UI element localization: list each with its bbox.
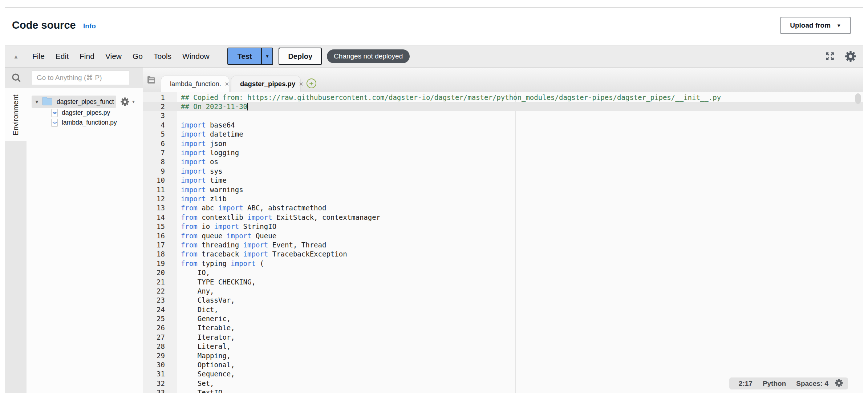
line-number[interactable]: 28 — [143, 342, 177, 350]
line-number[interactable]: 7 — [143, 149, 177, 157]
line-number[interactable]: 22 — [143, 287, 177, 295]
line-number[interactable]: 10 — [143, 176, 177, 184]
code-line-22[interactable]: 22 Any, — [143, 286, 863, 295]
test-dropdown-button[interactable]: ▼ — [261, 48, 272, 64]
tab-close-icon[interactable]: × — [225, 80, 229, 88]
folder-gear-menu[interactable]: ▼ — [120, 97, 135, 107]
line-number[interactable]: 9 — [143, 167, 177, 175]
code-line-7[interactable]: 7import logging — [143, 148, 863, 157]
code-line-24[interactable]: 24 Dict, — [143, 305, 863, 314]
code-line-16[interactable]: 16from queue import Queue — [143, 231, 863, 240]
line-text: from typing import ( — [177, 259, 264, 267]
line-number[interactable]: 3 — [143, 112, 177, 120]
code-line-8[interactable]: 8import os — [143, 157, 863, 166]
line-number[interactable]: 19 — [143, 259, 177, 267]
code-line-1[interactable]: 1## Copied from: https://raw.githubuserc… — [143, 93, 863, 102]
fullscreen-icon[interactable] — [824, 51, 835, 62]
line-number[interactable]: 23 — [143, 296, 177, 304]
tree-file-dagster_pipes.py[interactable]: <>dagster_pipes.py — [51, 108, 143, 118]
line-number[interactable]: 14 — [143, 213, 177, 221]
menu-window[interactable]: Window — [177, 52, 215, 61]
menu-file[interactable]: File — [27, 52, 50, 61]
code-line-3[interactable]: 3 — [143, 111, 863, 120]
line-number[interactable]: 12 — [143, 195, 177, 203]
new-tab-button[interactable]: + — [307, 78, 316, 88]
settings-gear-icon[interactable] — [844, 50, 857, 63]
line-number[interactable]: 8 — [143, 158, 177, 166]
language-mode[interactable]: Python — [758, 380, 791, 388]
code-line-14[interactable]: 14from contextlib import ExitStack, cont… — [143, 213, 863, 222]
line-number[interactable]: 20 — [143, 268, 177, 276]
code-line-4[interactable]: 4import base64 — [143, 120, 863, 129]
code-line-17[interactable]: 17from threading import Event, Thread — [143, 240, 863, 249]
cursor-position[interactable]: 2:17 — [734, 380, 758, 388]
upload-from-button[interactable]: Upload from ▼ — [780, 17, 851, 34]
line-number[interactable]: 27 — [143, 333, 177, 341]
line-number[interactable]: 30 — [143, 361, 177, 369]
menu-find[interactable]: Find — [74, 52, 100, 61]
line-number[interactable]: 11 — [143, 186, 177, 194]
folder-selected-pill[interactable]: ▼ dagster_pipes_funct — [32, 96, 116, 108]
line-number[interactable]: 17 — [143, 241, 177, 249]
code-line-18[interactable]: 18from traceback import TracebackExcepti… — [143, 250, 863, 259]
line-number[interactable]: 26 — [143, 324, 177, 332]
line-number[interactable]: 18 — [143, 250, 177, 258]
line-number[interactable]: 25 — [143, 315, 177, 323]
code-line-9[interactable]: 9import sys — [143, 166, 863, 175]
folder-row[interactable]: ▼ dagster_pipes_funct — [32, 96, 143, 108]
menu-view[interactable]: View — [100, 52, 127, 61]
editor-tab-lambda_function[interactable]: lambda_function.× — [161, 76, 229, 92]
code-line-21[interactable]: 21 TYPE_CHECKING, — [143, 277, 863, 286]
menu-tools[interactable]: Tools — [148, 52, 177, 61]
line-number[interactable]: 31 — [143, 370, 177, 378]
code-line-6[interactable]: 6import json — [143, 139, 863, 148]
line-number[interactable]: 13 — [143, 204, 177, 212]
code-line-19[interactable]: 19from typing import ( — [143, 259, 863, 268]
code-line-28[interactable]: 28 Literal, — [143, 342, 863, 351]
line-number[interactable]: 4 — [143, 121, 177, 129]
code-line-20[interactable]: 20 IO, — [143, 268, 863, 277]
line-number[interactable]: 1 — [143, 93, 177, 101]
line-number[interactable]: 15 — [143, 222, 177, 230]
code-line-25[interactable]: 25 Generic, — [143, 314, 863, 323]
code-line-5[interactable]: 5import datetime — [143, 130, 863, 139]
code-editor[interactable]: 1## Copied from: https://raw.githubuserc… — [143, 92, 863, 393]
menu-edit[interactable]: Edit — [50, 52, 74, 61]
code-line-27[interactable]: 27 Iterator, — [143, 332, 863, 342]
indentation-setting[interactable]: Spaces: 4 — [791, 380, 833, 388]
code-line-23[interactable]: 23 ClassVar, — [143, 296, 863, 305]
deploy-button[interactable]: Deploy — [279, 48, 322, 65]
code-line-15[interactable]: 15from io import StringIO — [143, 222, 863, 231]
line-number[interactable]: 32 — [143, 379, 177, 387]
code-line-2[interactable]: 2## On 2023-11-30 — [143, 102, 863, 111]
line-number[interactable]: 24 — [143, 306, 177, 314]
tree-file-lambda_function.py[interactable]: <>lambda_function.py — [51, 118, 143, 128]
code-line-12[interactable]: 12import zlib — [143, 194, 863, 203]
search-input[interactable] — [32, 70, 129, 85]
vertical-scrollbar-thumb[interactable] — [855, 93, 861, 104]
code-line-29[interactable]: 29 Mapping, — [143, 351, 863, 360]
code-line-30[interactable]: 30 Optional, — [143, 360, 863, 369]
code-line-10[interactable]: 10import time — [143, 176, 863, 185]
line-number[interactable]: 6 — [143, 140, 177, 148]
line-number[interactable]: 2 — [143, 102, 177, 110]
editor-tab-dagster_pipes.py[interactable]: dagster_pipes.py× — [231, 76, 301, 92]
line-number[interactable]: 16 — [143, 232, 177, 240]
folder-disclosure-icon[interactable]: ▼ — [35, 99, 42, 105]
line-number[interactable]: 33 — [143, 388, 177, 393]
menu-go[interactable]: Go — [127, 52, 148, 61]
code-line-13[interactable]: 13from abc import ABC, abstractmethod — [143, 203, 863, 213]
environment-tab[interactable]: Environment — [5, 88, 27, 141]
code-line-11[interactable]: 11import warnings — [143, 185, 863, 194]
line-number[interactable]: 5 — [143, 130, 177, 138]
line-text: import os — [177, 158, 218, 166]
info-link[interactable]: Info — [83, 22, 96, 30]
tab-close-icon[interactable]: × — [299, 80, 303, 88]
collapse-panel-icon[interactable]: ▲ — [5, 53, 27, 60]
open-files-list-icon[interactable] — [146, 74, 157, 87]
line-number[interactable]: 29 — [143, 352, 177, 360]
line-number[interactable]: 21 — [143, 278, 177, 286]
code-line-26[interactable]: 26 Iterable, — [143, 323, 863, 332]
editor-settings-gear-icon[interactable] — [834, 378, 844, 389]
test-button[interactable]: Test — [228, 48, 261, 64]
